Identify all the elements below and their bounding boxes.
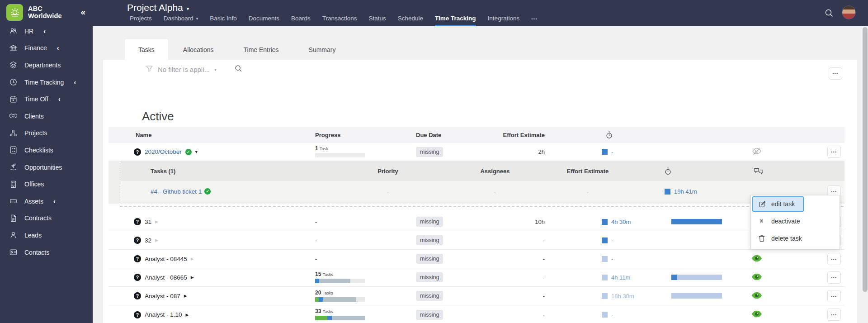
expand-row-icon[interactable]: ▶ bbox=[155, 238, 158, 242]
tab-allocations[interactable]: Allocations bbox=[168, 39, 229, 60]
table-row[interactable]: ? Analyst - 087 ▶ 20 Tasks missing bbox=[108, 287, 844, 305]
column-progress[interactable]: Progress bbox=[315, 127, 340, 143]
chevron-left-icon[interactable]: ‹ bbox=[58, 95, 61, 103]
sidebar-item-contacts[interactable]: Contacts bbox=[0, 244, 93, 261]
menu-item-delete-task[interactable]: delete task bbox=[751, 230, 840, 247]
chevron-left-icon[interactable]: ‹ bbox=[53, 198, 56, 205]
tab-time-entries[interactable]: Time Entries bbox=[229, 39, 294, 60]
sidebar-collapse-icon[interactable]: « bbox=[80, 7, 85, 17]
edit-icon bbox=[758, 200, 766, 208]
tab-summary[interactable]: Summary bbox=[294, 39, 351, 60]
eye-icon[interactable] bbox=[752, 292, 762, 300]
user-avatar[interactable] bbox=[842, 5, 856, 19]
tab-basic-info[interactable]: Basic Info bbox=[210, 15, 236, 26]
tracked-bar-cell bbox=[671, 287, 722, 305]
tab-integrations[interactable]: Integrations bbox=[488, 15, 520, 26]
help-icon[interactable]: ? bbox=[134, 255, 141, 262]
sidebar-item-time-off[interactable]: Time Off ‹ bbox=[0, 90, 93, 108]
tab-dashboard[interactable]: Dashboard▾ bbox=[164, 15, 198, 26]
table-row[interactable]: ? Analyst - 1.10 ▶ 33 Tasks missing - bbox=[108, 305, 844, 323]
subtask-link[interactable]: #4 - Github ticket 1 bbox=[151, 188, 202, 195]
sidebar-item-time-tracking[interactable]: Time Tracking ‹ bbox=[0, 74, 93, 91]
tab-boards[interactable]: Boards bbox=[291, 15, 311, 26]
tab-schedule[interactable]: Schedule bbox=[398, 15, 423, 26]
sidebar-item-finance[interactable]: Finance ‹ bbox=[0, 40, 93, 57]
chevron-left-icon[interactable]: ‹ bbox=[43, 28, 46, 35]
company-logo[interactable] bbox=[6, 4, 23, 21]
sidebar-item-label: Contracts bbox=[24, 214, 52, 222]
expand-row-icon[interactable]: ▶ bbox=[184, 294, 187, 298]
expand-row-icon[interactable]: ▶ bbox=[155, 219, 158, 224]
missing-badge: missing bbox=[416, 310, 443, 320]
sidebar-item-contracts[interactable]: Contracts bbox=[0, 210, 93, 227]
tab-transactions[interactable]: Transactions bbox=[322, 15, 357, 26]
effort-cell: 2h bbox=[452, 143, 545, 161]
eye-icon[interactable] bbox=[752, 310, 762, 319]
column-effort-estimate[interactable]: Effort Estimate bbox=[452, 127, 545, 143]
sidebar-item-departments[interactable]: Departments bbox=[0, 57, 93, 74]
sidebar-item-projects[interactable]: Projects bbox=[0, 125, 93, 142]
filter-search-icon[interactable] bbox=[235, 65, 242, 74]
help-icon[interactable]: ? bbox=[134, 292, 141, 299]
sidebar-item-hr[interactable]: HR ‹ bbox=[0, 23, 93, 40]
sidebar-item-clients[interactable]: Clients bbox=[0, 108, 93, 125]
table-row[interactable]: ? Analyst - 08445 ▶ - missing - - ••• bbox=[108, 250, 844, 268]
task-group-link[interactable]: 2020/October bbox=[145, 148, 182, 155]
table-row[interactable]: ? Analyst - 08665 ▶ 15 Tasks missing - bbox=[108, 268, 844, 287]
help-icon[interactable]: ? bbox=[134, 237, 141, 244]
expand-row-icon[interactable]: ▶ bbox=[186, 313, 189, 317]
sidebar-item-assets[interactable]: Assets ‹ bbox=[0, 193, 93, 210]
project-title[interactable]: Project Alpha ▾ bbox=[127, 2, 189, 13]
search-icon[interactable] bbox=[825, 9, 834, 19]
scrollbar-thumb[interactable] bbox=[863, 27, 868, 292]
menu-item-edit-task[interactable]: edit task bbox=[752, 196, 804, 212]
expand-row-icon[interactable]: ▶ bbox=[191, 275, 194, 280]
row-menu-button[interactable]: ••• bbox=[827, 290, 841, 302]
menu-item-deactivate[interactable]: × deactivate bbox=[751, 213, 840, 230]
help-icon[interactable]: ? bbox=[134, 274, 141, 281]
row-menu-button[interactable]: ••• bbox=[827, 309, 841, 321]
subtask-row[interactable]: #4 - Github ticket 1 ✓ - - - 19h 41m ••• bbox=[120, 181, 844, 202]
collapse-row-icon[interactable]: ▾ bbox=[195, 149, 198, 154]
eye-icon[interactable] bbox=[752, 273, 762, 282]
tab-status[interactable]: Status bbox=[368, 15, 386, 26]
tab-documents[interactable]: Documents bbox=[249, 15, 279, 26]
check-badge-icon: ✓ bbox=[204, 188, 211, 195]
filter-dropdown[interactable]: No filter is appli... bbox=[158, 66, 210, 73]
help-icon[interactable]: ? bbox=[134, 218, 141, 225]
row-menu-button[interactable]: ••• bbox=[827, 146, 841, 158]
priority-cell: - bbox=[354, 181, 422, 202]
tab-projects[interactable]: Projects bbox=[130, 15, 152, 26]
help-icon[interactable]: ? bbox=[134, 148, 141, 156]
eye-icon[interactable] bbox=[752, 255, 762, 263]
chevron-left-icon[interactable]: ‹ bbox=[57, 44, 59, 52]
table-row[interactable]: ? 32 ▶ - missing - - ••• bbox=[108, 231, 844, 250]
caret-down-icon[interactable]: ▾ bbox=[214, 67, 217, 72]
column-effort-estimate[interactable]: Effort Estimate bbox=[554, 161, 622, 181]
column-priority[interactable]: Priority bbox=[354, 161, 422, 181]
help-icon[interactable]: ? bbox=[134, 311, 141, 318]
chevron-left-icon[interactable]: ‹ bbox=[74, 79, 76, 86]
tab-tasks[interactable]: Tasks bbox=[125, 39, 168, 60]
sidebar-menu: HR ‹ Finance ‹ Departments Time Tracking… bbox=[0, 23, 93, 261]
more-tabs-button[interactable]: ••• bbox=[531, 17, 538, 26]
sidebar-item-opportunities[interactable]: Opportunities bbox=[0, 159, 93, 176]
sidebar-item-leads[interactable]: Leads bbox=[0, 227, 93, 244]
sidebar-item-checklists[interactable]: Checklists bbox=[0, 142, 93, 159]
expand-row-icon[interactable]: ▶ bbox=[191, 256, 194, 261]
time-square-icon bbox=[602, 219, 608, 225]
table-row[interactable]: ? 31 ▶ - missing 10h 4h 30m bbox=[108, 213, 844, 231]
row-menu-button[interactable]: ••• bbox=[827, 271, 841, 284]
row-menu-button[interactable]: ••• bbox=[827, 253, 841, 265]
column-name[interactable]: Name bbox=[136, 127, 151, 143]
eye-off-icon[interactable] bbox=[752, 147, 762, 157]
bank-icon bbox=[9, 43, 18, 52]
column-due-date[interactable]: Due Date bbox=[416, 127, 441, 143]
scrollbar-track[interactable] bbox=[862, 26, 868, 323]
section-title: Active bbox=[142, 109, 174, 124]
table-row[interactable]: ? 2020/October ✓ ▾ 1 Task missing 2h - bbox=[108, 143, 844, 161]
sidebar-item-offices[interactable]: Offices bbox=[0, 176, 93, 193]
table-options-button[interactable]: ••• bbox=[829, 67, 842, 80]
tab-time-tracking[interactable]: Time Tracking bbox=[435, 15, 476, 26]
column-assignees[interactable]: Assignees bbox=[461, 161, 529, 181]
